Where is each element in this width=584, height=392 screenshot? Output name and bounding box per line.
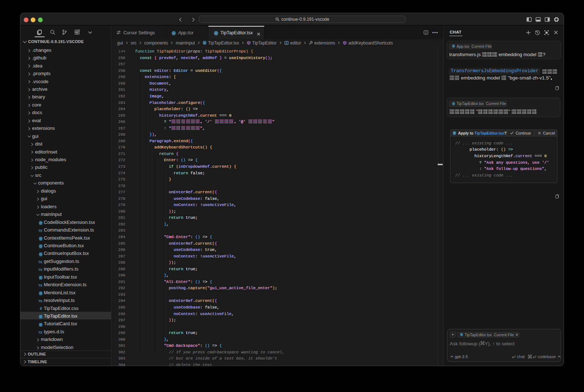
svg-text:@: @: [286, 42, 288, 44]
